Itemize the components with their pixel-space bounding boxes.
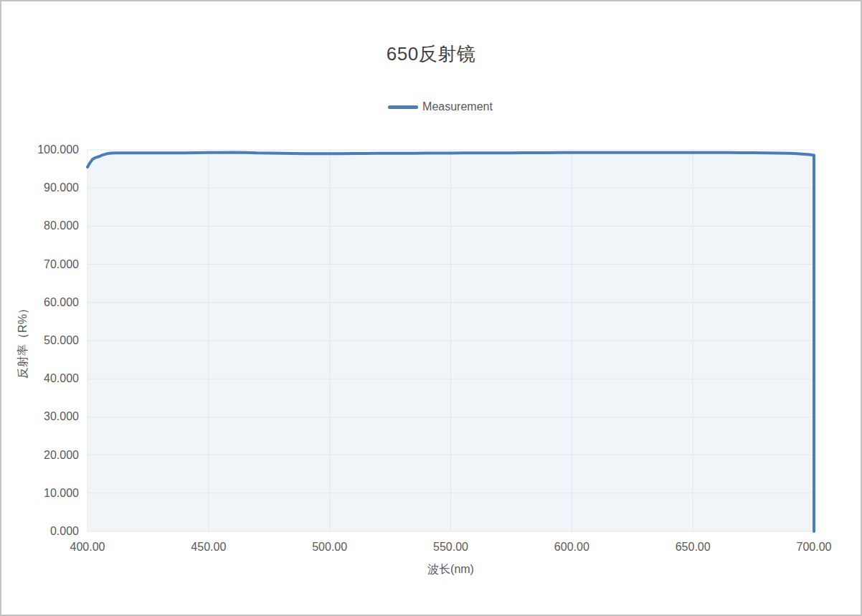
- y-tick-label: 60.000: [1, 297, 79, 308]
- y-axis-title: 反射率（R%）: [16, 303, 31, 379]
- y-tick-label: 0.000: [1, 526, 79, 537]
- chart-canvas: 650反射镜 Measurement 0.00010.00020.00030.0…: [0, 0, 862, 616]
- y-tick-label: 90.000: [1, 182, 79, 194]
- y-tick-label: 30.000: [1, 411, 79, 422]
- y-tick-label: 20.000: [1, 450, 79, 461]
- x-tick-label: 600.00: [539, 541, 604, 553]
- y-tick-label: 10.000: [1, 488, 79, 499]
- x-tick-label: 450.00: [176, 541, 241, 553]
- plot-area: [1, 1, 862, 616]
- y-tick-label: 80.000: [1, 220, 79, 232]
- y-tick-label: 50.000: [1, 335, 79, 346]
- x-tick-label: 700.00: [782, 541, 846, 553]
- y-tick-label: 100.000: [1, 144, 79, 156]
- y-tick-label: 70.000: [1, 259, 79, 270]
- x-tick-label: 650.00: [660, 541, 725, 553]
- x-tick-label: 400.00: [55, 541, 120, 553]
- y-tick-label: 40.000: [1, 373, 79, 384]
- x-axis-title: 波长(nm): [87, 562, 814, 577]
- x-tick-label: 550.00: [419, 541, 483, 553]
- x-tick-label: 500.00: [298, 541, 362, 553]
